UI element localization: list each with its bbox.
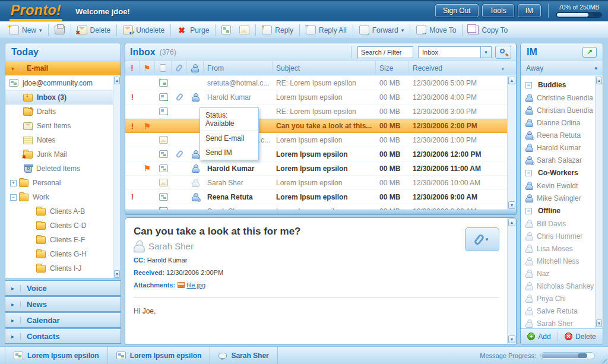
expand-arrow-icon[interactable]: ▸ xyxy=(5,301,21,308)
resize-grip-icon[interactable] xyxy=(599,355,607,363)
sidebar-item-work[interactable]: −Work xyxy=(5,190,121,204)
collapse-icon[interactable]: − xyxy=(525,208,532,214)
sidebar-item-notes[interactable]: Notes xyxy=(5,133,121,147)
expand-arrow-icon[interactable]: ▸ xyxy=(5,317,21,324)
sidebar-item-clients-i-j[interactable]: Clients I-J xyxy=(5,261,121,276)
toolbar-forward-button[interactable]: Forward▾ xyxy=(355,24,408,36)
message-row[interactable]: RE: Lorem Ipsum epsilon00 MB12/30/2006 3… xyxy=(125,105,507,119)
priority-column-icon[interactable]: ! xyxy=(125,61,140,75)
toolbar-reply-button[interactable]: Reply xyxy=(258,24,297,36)
sidebar-item-deleted-items[interactable]: Deleted Items xyxy=(5,162,121,176)
account-row[interactable]: jdoe@community.com xyxy=(5,76,121,90)
scroll-up-icon[interactable]: ▲ xyxy=(508,219,515,226)
sidebar-item-clients-a-b[interactable]: Clients A-B xyxy=(5,204,121,219)
buddy-item[interactable]: Salve Retuta xyxy=(521,305,595,317)
toolbar-mark-read-button[interactable] xyxy=(235,24,254,36)
toolbar-print-button[interactable] xyxy=(50,24,69,36)
popout-icon[interactable]: ↗ xyxy=(582,47,597,58)
horizontal-scrollbar[interactable] xyxy=(125,210,516,214)
scroll-down-icon[interactable]: ▼ xyxy=(508,335,515,343)
buddy-item[interactable]: Reena Retuta xyxy=(521,129,595,141)
scroll-up-icon[interactable]: ▲ xyxy=(508,77,515,84)
sidebar-item-junk-mail[interactable]: Junk Mail xyxy=(5,147,121,162)
message-row[interactable]: Reena RetutaLorem Ipsum epsilon00 MB12/3… xyxy=(125,147,507,162)
chevron-down-icon[interactable]: ▾ xyxy=(480,47,491,58)
buddy-item[interactable]: Bill Davis xyxy=(521,217,595,230)
toolbar-mark-unread-button[interactable] xyxy=(217,24,235,36)
sidebar-item-sent-items[interactable]: Sent Items xyxy=(5,119,121,133)
size-column-header[interactable]: Size xyxy=(376,61,409,75)
message-row[interactable]: !⚑Can you take a look at this...00 MB12/… xyxy=(125,119,507,133)
buddy-item[interactable]: Nicholas Shankey xyxy=(521,280,595,292)
sidebar-item-clients-e-f[interactable]: Clients E-F xyxy=(5,233,121,247)
buddy-item[interactable]: Lisa Moses xyxy=(521,242,595,255)
buddy-item[interactable]: Mitchell Ness xyxy=(521,255,595,267)
message-row[interactable]: Sarah SherLorem Ipsum epsilon00 MB12/30/… xyxy=(125,204,507,210)
toolbar-purge-button[interactable]: Purge xyxy=(173,24,213,36)
sidebar-item-personal[interactable]: +Personal xyxy=(5,176,121,190)
presence-column-icon[interactable] xyxy=(187,61,204,75)
flag-column-icon[interactable]: ⚑ xyxy=(140,61,155,75)
toolbar-move-to-button[interactable]: Move To xyxy=(412,24,460,36)
message-row[interactable]: sretuta@hotmal.c...RE: Lorem Ipsum epsil… xyxy=(125,76,507,90)
toolbar-delete-button[interactable]: Delete xyxy=(73,24,115,36)
toolbar-new-button[interactable]: New▾ xyxy=(5,24,46,36)
message-row[interactable]: !Reena RetutaLorem Ipsum epsilon00 MB12/… xyxy=(125,190,507,204)
sidebar-item-clients-c-d[interactable]: Clients C-D xyxy=(5,219,121,233)
sign-out-button[interactable]: Sign Out xyxy=(435,4,479,17)
buddy-item[interactable]: Chris Hummer xyxy=(521,230,595,242)
sort-arrow-icon[interactable]: ▾ xyxy=(501,66,504,72)
scroll-up-icon[interactable]: ▲ xyxy=(596,77,602,84)
attachments-button[interactable]: ▾ xyxy=(465,227,499,251)
expand-icon[interactable]: + xyxy=(10,180,17,186)
search-input[interactable] xyxy=(357,46,413,58)
sidebar-panel-calendar[interactable]: ▸Calendar xyxy=(5,312,121,328)
subject-column-header[interactable]: Subject xyxy=(273,61,376,75)
sidebar-panel-voice[interactable]: ▸Voice xyxy=(5,280,121,296)
buddy-group-co-workers[interactable]: −Co-Workers xyxy=(521,166,595,179)
buddy-item[interactable]: Naz xyxy=(521,267,595,280)
from-column-header[interactable]: From xyxy=(204,61,273,75)
buddy-item[interactable]: Christian Buendia xyxy=(521,104,595,116)
im-status-select[interactable]: Away ▾ xyxy=(521,61,603,75)
collapse-icon[interactable]: − xyxy=(10,194,17,201)
scroll-up-icon[interactable]: ▲ xyxy=(114,77,120,84)
buddy-group-buddies[interactable]: −Buddies xyxy=(521,78,595,91)
buddy-item[interactable]: Sarah Sher xyxy=(521,317,595,328)
scroll-down-icon[interactable]: ▼ xyxy=(596,319,602,327)
message-row[interactable]: .c...Lorem Ipsum epsilon00 MB12/30/2006 … xyxy=(125,133,507,147)
collapse-arrow-icon[interactable]: ▾ xyxy=(5,65,21,72)
preview-scrollbar[interactable]: ▲ ▼ xyxy=(507,218,516,344)
sidebar-item-clients-g-h[interactable]: Clients G-H xyxy=(5,247,121,261)
folder-select[interactable]: Inbox ▾ xyxy=(418,46,492,58)
attachment-link[interactable]: file.jpg xyxy=(186,281,205,289)
list-scrollbar[interactable]: ▲ ▼ xyxy=(507,76,516,210)
buddy-item[interactable]: Dianne Orlina xyxy=(521,116,595,129)
chevron-down-icon[interactable]: ▾ xyxy=(401,27,404,33)
context-menu-send-email[interactable]: Send E-mail xyxy=(200,131,258,145)
scroll-down-icon[interactable]: ▼ xyxy=(508,201,515,209)
message-row[interactable]: Sarah SherLorem Ipsum epsilon00 MB12/30/… xyxy=(125,176,507,190)
sidebar-item-inbox-3-[interactable]: Inbox (3) xyxy=(5,90,121,105)
sidebar-item-drafts[interactable]: Drafts xyxy=(5,105,121,119)
toolbar-undelete-button[interactable]: Undelete xyxy=(119,24,169,36)
toolbar-copy-to-button[interactable]: Copy To xyxy=(464,24,512,36)
attachment-column-icon[interactable] xyxy=(172,61,187,75)
add-buddy-button[interactable]: + Add xyxy=(527,333,550,341)
taskbar-tab[interactable]: Lorem Ipsum epsilon xyxy=(5,347,108,364)
im-scrollbar[interactable]: ▲ ▼ xyxy=(595,76,603,328)
buddy-item[interactable]: Priya Chi xyxy=(521,292,595,305)
buddy-item[interactable]: Mike Swingler xyxy=(521,192,595,204)
buddy-item[interactable]: Christine Buendia xyxy=(521,91,595,104)
status-column-icon[interactable] xyxy=(155,61,172,75)
buddy-item[interactable]: Sarah Salazar xyxy=(521,154,595,166)
tree-scrollbar[interactable]: ▲ ▼ xyxy=(113,76,121,278)
collapse-icon[interactable]: − xyxy=(525,82,532,88)
message-row[interactable]: ⚑Harold KumarLorem Ipsum epsilon00 MB12/… xyxy=(125,162,507,176)
taskbar-tab[interactable]: Sarah Sher xyxy=(210,347,277,364)
toolbar-reply-all-button[interactable]: Reply All xyxy=(302,24,351,36)
chevron-down-icon[interactable]: ▾ xyxy=(39,27,42,33)
expand-arrow-icon[interactable]: ▸ xyxy=(5,333,21,340)
search-button[interactable] xyxy=(495,46,511,59)
email-section-header[interactable]: ▾ E-mail xyxy=(5,61,121,75)
